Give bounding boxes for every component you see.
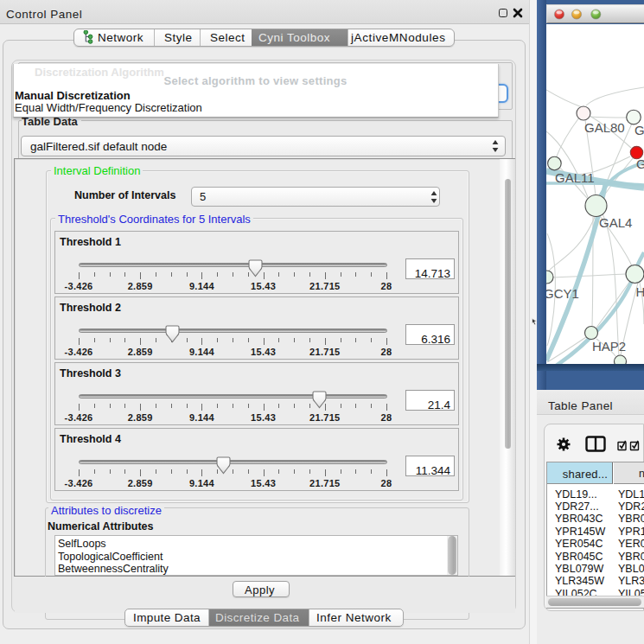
svg-text:G.: G.	[634, 123, 644, 137]
svg-text:GAL4: GAL4	[599, 215, 632, 230]
svg-text:GAL11: GAL11	[555, 170, 595, 185]
svg-text:GCY1: GCY1	[546, 286, 579, 301]
svg-text:GAL80: GAL80	[584, 120, 625, 135]
svg-text:HAP2: HAP2	[592, 339, 626, 354]
svg-text:G: G	[636, 156, 644, 171]
svg-text:H: H	[636, 284, 644, 299]
